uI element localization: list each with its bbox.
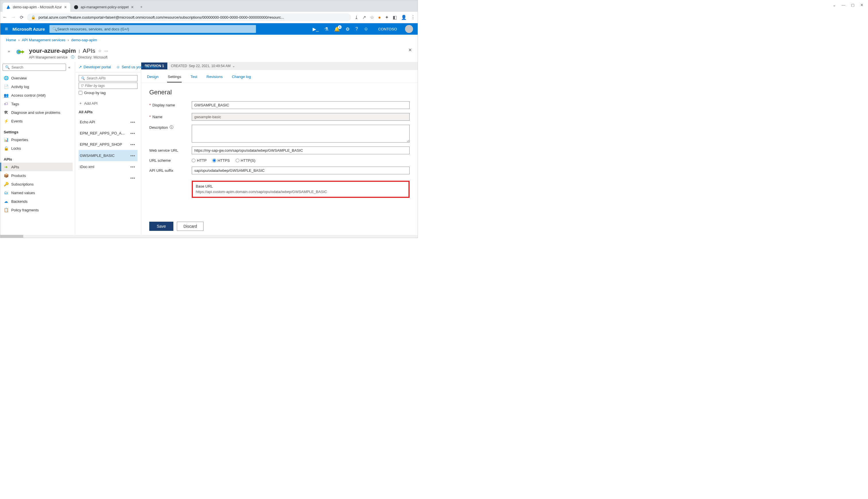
save-button[interactable]: Save — [149, 222, 174, 231]
global-search-input[interactable] — [57, 27, 253, 31]
display-name-label: Display name — [152, 103, 175, 107]
api-list-item[interactable]: ••• — [79, 172, 138, 184]
sidebar-item-properties[interactable]: 📊Properties — [0, 135, 73, 144]
tab-design[interactable]: Design — [146, 73, 159, 83]
chevron-down-icon[interactable]: ⌄ — [833, 3, 836, 7]
url-scheme-option[interactable]: HTTP(S) — [236, 158, 255, 162]
sidebar-item-events[interactable]: ⚡Events — [0, 117, 73, 125]
help-icon[interactable]: ? — [355, 26, 358, 32]
display-name-input[interactable] — [192, 101, 409, 109]
sidebar-item-tags[interactable]: 🏷Tags — [0, 99, 73, 108]
group-by-tag-input[interactable] — [79, 91, 82, 95]
url-scheme-radio[interactable] — [212, 159, 216, 162]
menu-icon[interactable]: ⋮ — [411, 15, 415, 20]
install-icon[interactable]: ⤓ — [355, 15, 358, 20]
sidebar-item-diagnose-and-solve-problems[interactable]: 🛠Diagnose and solve problems — [0, 108, 73, 117]
sidebar-item-named-values[interactable]: 🗂Named values — [0, 188, 73, 197]
sidebar-item-activity-log[interactable]: 📄Activity log — [0, 82, 73, 91]
api-list-item[interactable]: Echo API••• — [79, 117, 138, 127]
more-icon[interactable]: ••• — [130, 176, 135, 180]
gear-icon[interactable]: ⚙ — [346, 26, 349, 32]
info-icon[interactable]: ⓘ — [170, 125, 174, 130]
sidebar-item-apis[interactable]: ➜APIs — [0, 162, 73, 171]
add-api-button[interactable]: ＋ Add API — [79, 99, 138, 110]
collapse-sidebar-icon[interactable]: « — [68, 65, 70, 70]
sidepanel-icon[interactable]: ◧ — [393, 15, 397, 20]
tag-filter-input[interactable] — [85, 84, 135, 88]
star-icon[interactable]: ☆ — [370, 15, 374, 20]
close-blade-icon[interactable]: ✕ — [408, 47, 412, 53]
maximize-icon[interactable]: ▢ — [851, 3, 855, 7]
sidebar-item-policy-fragments[interactable]: 📋Policy fragments — [0, 206, 73, 214]
sidebar-search[interactable]: 🔍 — [3, 64, 66, 71]
close-window-icon[interactable]: ✕ — [860, 3, 864, 7]
sidebar-item-overview[interactable]: 🌐Overview — [0, 74, 73, 82]
api-list-item[interactable]: EPM_REF_APPS_SHOP••• — [79, 139, 138, 150]
info-icon[interactable]: ⓘ — [71, 55, 74, 60]
breadcrumb-services[interactable]: API Management services — [22, 38, 66, 42]
sidebar-search-input[interactable] — [11, 65, 63, 70]
tag-filter[interactable]: ▽ — [79, 83, 138, 89]
sidebar-item-subscriptions[interactable]: 🔑Subscriptions — [0, 180, 73, 188]
notifications-icon[interactable]: 🔔1 — [334, 26, 340, 32]
reload-icon[interactable]: ⟳ — [20, 15, 24, 20]
sidebar-item-backends[interactable]: ☁Backends — [0, 197, 73, 206]
sidebar-item-locks[interactable]: 🔒Locks — [0, 144, 73, 153]
global-search[interactable]: 🔍 — [49, 25, 256, 33]
tab-change-log[interactable]: Change log — [231, 73, 252, 83]
feedback-link[interactable]: ☺ Send us your feedback — [116, 65, 159, 69]
description-input[interactable] — [192, 125, 409, 143]
cloud-shell-icon[interactable]: ▶_ — [312, 26, 319, 32]
horizontal-scrollbar[interactable] — [0, 235, 418, 238]
tab-test[interactable]: Test — [190, 73, 198, 83]
url-scheme-option[interactable]: HTTPS — [212, 158, 230, 162]
filter-icon[interactable]: ⚗ — [324, 26, 328, 32]
more-icon[interactable]: ••• — [130, 120, 135, 124]
tab-settings[interactable]: Settings — [167, 73, 182, 83]
more-icon[interactable]: ••• — [130, 154, 135, 158]
pin-icon[interactable]: ☆ — [98, 49, 102, 53]
chevron-down-icon[interactable]: ⌄ — [232, 64, 235, 68]
feedback-icon[interactable]: ☺ — [364, 26, 368, 32]
profile-icon[interactable]: 👤 — [401, 15, 407, 20]
developer-portal-link[interactable]: ↗ Developer portal — [79, 65, 111, 69]
avatar[interactable] — [405, 25, 413, 33]
group-by-tag-checkbox[interactable]: Group by tag — [79, 90, 138, 95]
api-search[interactable]: 🔍 — [79, 75, 138, 82]
expand-icon[interactable]: » — [6, 47, 12, 53]
sidebar-item-access-control-iam-[interactable]: 👥Access control (IAM) — [0, 91, 73, 99]
close-tab-icon[interactable]: ✕ — [131, 5, 134, 9]
forward-icon[interactable]: → — [11, 15, 16, 20]
api-search-input[interactable] — [87, 76, 135, 80]
browser-tab-active[interactable]: demo-sap-apim - Microsoft Azur ✕ — [3, 3, 70, 12]
more-icon[interactable]: ••• — [130, 131, 135, 135]
browser-tab[interactable]: api-management-policy-snippet ✕ — [70, 3, 137, 12]
all-apis-heading[interactable]: All APIs — [79, 110, 138, 114]
more-icon[interactable]: ••• — [130, 165, 135, 169]
minimize-icon[interactable]: — — [842, 3, 845, 7]
api-list-item[interactable]: iDoc-xml••• — [79, 161, 138, 172]
more-icon[interactable]: ••• — [130, 142, 135, 147]
url-scheme-radio[interactable] — [192, 159, 195, 162]
discard-button[interactable]: Discard — [177, 222, 203, 231]
base-url-label: Base URL — [196, 184, 406, 188]
extension-icon[interactable]: ● — [378, 15, 381, 20]
url-bar[interactable]: 🔒 portal.azure.com/?feature.customportal… — [27, 13, 351, 21]
tab-revisions[interactable]: Revisions — [206, 73, 223, 83]
api-url-suffix-input[interactable] — [192, 167, 409, 174]
url-scheme-option[interactable]: HTTP — [192, 158, 207, 162]
breadcrumb-home[interactable]: Home — [6, 38, 16, 42]
sidebar-item-products[interactable]: 📦Products — [0, 171, 73, 180]
puzzle-icon[interactable]: ✦ — [385, 15, 389, 20]
new-tab-button[interactable]: ＋ — [137, 2, 145, 12]
back-icon[interactable]: ← — [3, 15, 7, 20]
more-icon[interactable]: ⋯ — [105, 49, 108, 53]
hamburger-icon[interactable]: ≡ — [5, 26, 8, 32]
api-list-item[interactable]: EPM_REF_APPS_PO_A...••• — [79, 127, 138, 139]
share-icon[interactable]: ↗ — [362, 15, 366, 20]
api-list-item[interactable]: GWSAMPLE_BASIC••• — [79, 150, 138, 161]
url-scheme-radio[interactable] — [236, 159, 239, 162]
close-tab-icon[interactable]: ✕ — [64, 5, 67, 9]
breadcrumb-resource[interactable]: demo-sap-apim — [71, 38, 97, 42]
web-service-url-input[interactable] — [192, 147, 409, 154]
